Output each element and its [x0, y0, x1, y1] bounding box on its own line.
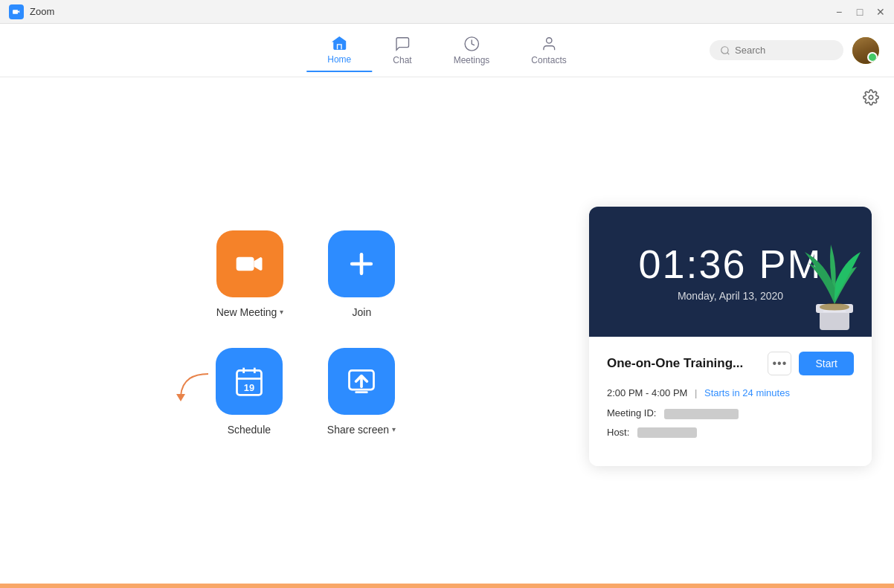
titlebar-controls: − □ ✕: [834, 7, 885, 16]
nav-contacts-label: Contacts: [531, 55, 566, 65]
svg-point-5: [869, 95, 873, 100]
arrow-decoration: [175, 370, 212, 407]
meeting-id-blurred: [664, 409, 739, 419]
nav-right: [710, 37, 879, 64]
join-button[interactable]: Join: [328, 230, 395, 318]
action-area: New Meeting ▾ Join: [0, 77, 567, 588]
meeting-title-row: One-on-One Training... ••• Start: [607, 352, 854, 375]
host-row: Host:: [607, 427, 854, 439]
action-row-2: 19 Schedule Share screen: [216, 348, 396, 436]
meeting-actions: ••• Start: [768, 352, 854, 375]
host-blurred: [637, 427, 697, 438]
nav-contacts[interactable]: Contacts: [510, 30, 587, 71]
nav-home-label: Home: [327, 54, 351, 65]
card-header: 01:36 PM Monday, April 13, 2020: [589, 207, 872, 337]
schedule-button[interactable]: 19 Schedule: [216, 348, 283, 436]
join-icon: [328, 230, 395, 297]
svg-marker-9: [176, 394, 185, 401]
new-meeting-label: New Meeting ▾: [216, 306, 284, 318]
close-button[interactable]: ✕: [876, 7, 885, 16]
maximize-button[interactable]: □: [855, 7, 864, 16]
share-screen-label: Share screen ▾: [327, 424, 396, 436]
action-row-1: New Meeting ▾ Join: [216, 230, 396, 318]
card-date: Monday, April 13, 2020: [678, 290, 783, 302]
join-label: Join: [353, 306, 372, 318]
svg-text:19: 19: [244, 381, 254, 392]
nav-chat[interactable]: Chat: [372, 30, 432, 71]
settings-gear-button[interactable]: [863, 89, 879, 109]
nav-chat-label: Chat: [393, 55, 411, 65]
nav-meetings-label: Meetings: [454, 55, 490, 65]
titlebar-left: Zoom: [9, 4, 54, 19]
nav-home[interactable]: Home: [306, 29, 372, 72]
search-box[interactable]: [710, 40, 843, 60]
card-body: One-on-One Training... ••• Start 2:00 PM…: [589, 337, 872, 466]
avatar[interactable]: [852, 37, 879, 64]
svg-point-2: [546, 37, 551, 42]
zoom-logo: [9, 4, 24, 19]
more-button[interactable]: •••: [768, 352, 791, 375]
app-title: Zoom: [30, 6, 54, 17]
card-time: 01:36 PM: [638, 241, 822, 287]
meeting-title: One-on-One Training...: [607, 356, 743, 371]
meeting-card: 01:36 PM Monday, April 13, 2020: [589, 207, 872, 466]
share-screen-button[interactable]: Share screen ▾: [327, 348, 396, 436]
camera-icon: [234, 248, 266, 280]
starts-in: Starts in 24 minutes: [704, 387, 790, 398]
svg-rect-21: [823, 310, 846, 312]
topnav: Home Chat Meetings Contacts: [0, 24, 894, 77]
new-meeting-button[interactable]: New Meeting ▾: [216, 230, 284, 318]
nav-center: Home Chat Meetings Contacts: [306, 29, 587, 72]
bottom-bar: [0, 584, 894, 588]
share-screen-icon: [328, 348, 395, 415]
schedule-label: Schedule: [228, 424, 271, 436]
calendar-icon: 19: [233, 365, 266, 398]
share-screen-chevron: ▾: [392, 425, 396, 433]
upload-icon: [345, 365, 378, 398]
svg-point-3: [721, 46, 728, 53]
search-icon: [720, 45, 730, 56]
nav-meetings[interactable]: Meetings: [433, 30, 511, 71]
new-meeting-icon: [216, 230, 283, 297]
titlebar: Zoom − □ ✕: [0, 0, 894, 24]
plus-icon: [345, 248, 378, 280]
minimize-button[interactable]: −: [834, 7, 843, 16]
svg-point-20: [820, 303, 849, 311]
schedule-icon: 19: [216, 348, 283, 415]
main-content: New Meeting ▾ Join: [0, 77, 894, 588]
meeting-id-row: Meeting ID:: [607, 407, 854, 419]
plant-decoration: [797, 230, 872, 337]
svg-line-4: [727, 52, 730, 54]
meeting-time: 2:00 PM - 4:00 PM | Starts in 24 minutes: [607, 387, 854, 398]
svg-rect-6: [237, 256, 254, 270]
start-button[interactable]: Start: [799, 352, 854, 375]
right-panel: 01:36 PM Monday, April 13, 2020: [567, 77, 894, 588]
new-meeting-chevron: ▾: [280, 308, 283, 316]
search-input[interactable]: [735, 45, 832, 56]
